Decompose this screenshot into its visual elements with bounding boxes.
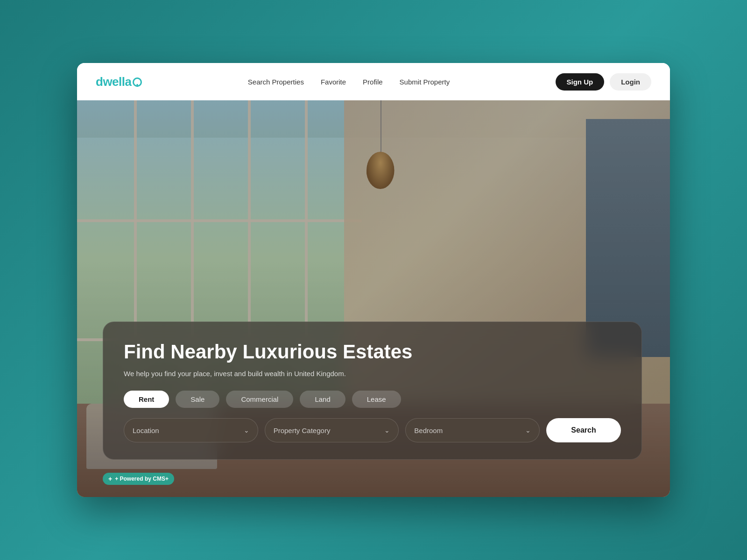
- tab-lease[interactable]: Lease: [352, 391, 401, 408]
- location-dropdown[interactable]: Location ⌄: [124, 418, 258, 442]
- hero-section: Find Nearby Luxurious Estates We help yo…: [77, 100, 670, 497]
- category-label: Property Category: [274, 427, 331, 434]
- powered-plus-icon: +: [108, 475, 112, 483]
- nav-submit-property[interactable]: Submit Property: [400, 78, 450, 86]
- bedroom-chevron-icon: ⌄: [525, 427, 531, 434]
- location-label: Location: [133, 427, 159, 434]
- logo[interactable]: dwella: [96, 75, 142, 89]
- nav-profile[interactable]: Profile: [363, 78, 383, 86]
- hero-title: Find Nearby Luxurious Estates: [124, 341, 621, 363]
- login-button[interactable]: Login: [610, 73, 651, 91]
- location-chevron-icon: ⌄: [244, 427, 249, 434]
- nav-actions: Sign Up Login: [556, 73, 652, 91]
- bedroom-dropdown[interactable]: Bedroom ⌄: [405, 418, 540, 442]
- signup-button[interactable]: Sign Up: [556, 73, 605, 91]
- bedroom-label: Bedroom: [414, 427, 443, 434]
- tab-sale[interactable]: Sale: [176, 391, 219, 408]
- navbar: dwella Search Properties Favorite Profil…: [77, 63, 670, 100]
- logo-house-icon: [133, 77, 142, 87]
- powered-by-label: + Powered by CMS+: [115, 476, 169, 482]
- search-button[interactable]: Search: [546, 418, 621, 442]
- powered-by-badge[interactable]: + + Powered by CMS+: [103, 473, 174, 485]
- search-row: Location ⌄ Property Category ⌄ Bedroom ⌄…: [124, 418, 621, 442]
- tab-land[interactable]: Land: [300, 391, 345, 408]
- nav-links: Search Properties Favorite Profile Submi…: [248, 78, 450, 86]
- tab-rent[interactable]: Rent: [124, 391, 169, 408]
- category-dropdown[interactable]: Property Category ⌄: [265, 418, 399, 442]
- tab-commercial[interactable]: Commercial: [226, 391, 293, 408]
- category-chevron-icon: ⌄: [384, 427, 390, 434]
- search-panel: Find Nearby Luxurious Estates We help yo…: [103, 322, 642, 460]
- hero-subtitle: We help you find your place, invest and …: [124, 370, 621, 378]
- app-window: dwella Search Properties Favorite Profil…: [77, 63, 670, 497]
- property-type-tabs: Rent Sale Commercial Land Lease: [124, 391, 621, 408]
- nav-search-properties[interactable]: Search Properties: [248, 78, 304, 86]
- nav-favorite[interactable]: Favorite: [321, 78, 346, 86]
- logo-text: dwella: [96, 75, 131, 89]
